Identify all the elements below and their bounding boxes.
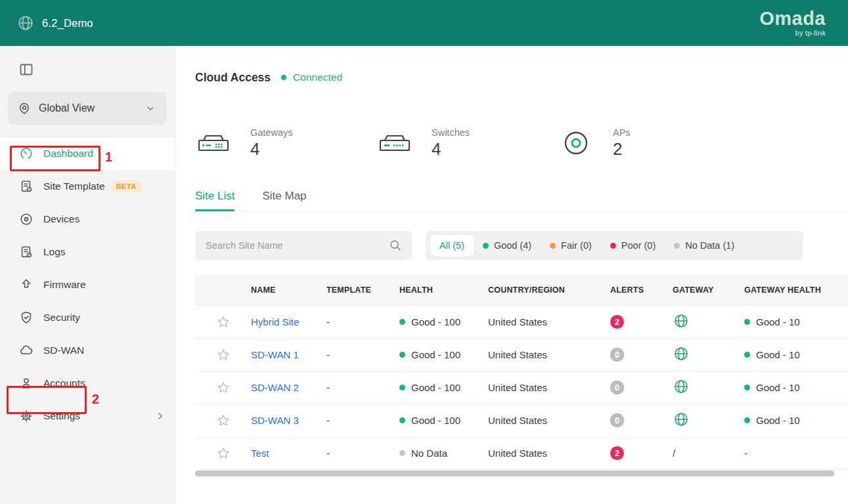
gateway-globe-icon [673, 378, 690, 395]
controller-name: 6.2_Demo [42, 17, 93, 30]
search-input[interactable] [206, 240, 388, 251]
favorite-star-button[interactable] [195, 413, 251, 429]
template-cell: - [326, 448, 399, 459]
health-dot [399, 385, 405, 390]
site-name-link[interactable]: SD-WAN 1 [251, 349, 299, 360]
tab-site-map[interactable]: Site Map [262, 190, 306, 211]
sidebar-item-label: Security [43, 312, 80, 324]
device-stats-row: Gateways4Switches4APs2 [195, 124, 848, 162]
horizontal-scrollbar-thumb[interactable] [195, 471, 834, 476]
dashboard-icon [19, 146, 33, 161]
health-cell: Good - 100 [399, 349, 488, 360]
filter-poor-0[interactable]: Poor (0) [601, 235, 665, 256]
site-table: NAMETEMPLATEHEALTHCOUNTRY/REGIONALERTSGA… [195, 274, 848, 470]
health-dot [399, 352, 405, 358]
accounts-icon [19, 376, 33, 390]
omada-app-window: 6.2_Demo Omada by tp-link [0, 0, 848, 504]
filter-label: Good (4) [494, 240, 531, 251]
country-cell: United States [488, 349, 610, 360]
chevron-right-icon [155, 411, 166, 421]
site-name-link[interactable]: Test [251, 448, 269, 459]
sidebar-item-sd-wan[interactable]: SD-WAN [0, 334, 175, 367]
filter-all-5[interactable]: All (5) [430, 235, 474, 256]
health-dot [744, 352, 750, 358]
filter-label: No Data (1) [685, 240, 734, 251]
sidebar-item-label: Firmware [43, 279, 86, 291]
status-dot [483, 243, 489, 249]
alerts-badge: 2 [610, 446, 624, 460]
gateway-globe-icon [673, 312, 690, 329]
gateway-health-cell: Good - 10 [744, 382, 848, 393]
location-pin-icon [17, 101, 32, 116]
favorite-star-button[interactable] [195, 380, 251, 396]
site-selector[interactable]: Global View [8, 92, 167, 125]
site-name-link[interactable]: SD-WAN 2 [251, 382, 299, 393]
gateway-cell: / [673, 448, 744, 459]
health-dot [399, 450, 405, 456]
health-dot [744, 417, 750, 423]
sidebar-item-label: Accounts [43, 377, 85, 389]
site-name-link[interactable]: Hybrid Site [251, 316, 299, 327]
ap-device-icon [562, 129, 591, 158]
sidebar-item-logs[interactable]: Logs [0, 236, 175, 268]
sidebar-item-label: Dashboard [43, 148, 93, 159]
favorite-star-button[interactable] [195, 446, 251, 461]
status-dot [610, 243, 616, 249]
sidebar-item-label: Logs [43, 246, 66, 258]
sidebar-item-accounts[interactable]: Accounts [0, 367, 175, 400]
alerts-badge: 0 [610, 381, 624, 394]
filter-no-data-1[interactable]: No Data (1) [665, 235, 744, 256]
status-dot [550, 243, 556, 249]
connected-dot [281, 75, 286, 80]
alerts-badge: 0 [610, 413, 624, 427]
filter-label: Fair (0) [561, 240, 592, 251]
top-header-bar: 6.2_Demo Omada by tp-link [0, 0, 848, 46]
sidebar-item-label: SD-WAN [43, 345, 84, 356]
gateway-health-cell: Good - 10 [744, 415, 848, 426]
favorite-star-button[interactable] [195, 347, 251, 363]
filter-fair-0[interactable]: Fair (0) [541, 235, 601, 256]
column-header-template: TEMPLATE [326, 285, 399, 295]
sidebar-menu: DashboardSite TemplateBETADevicesLogsFir… [0, 137, 175, 432]
favorite-star-button[interactable] [195, 314, 251, 330]
alerts-badge: 0 [610, 348, 624, 362]
sidebar-item-settings[interactable]: Settings [0, 400, 175, 432]
gateway-device-icon [196, 130, 231, 156]
logs-icon [19, 245, 33, 259]
template-cell: - [326, 316, 399, 327]
omada-logo: Omada by tp-link [759, 9, 826, 37]
template-cell: - [326, 415, 399, 426]
devices-icon [19, 212, 33, 226]
table-row-sd-wan-3: SD-WAN 3-Good - 100United States0Good - … [195, 404, 848, 437]
sidebar-collapse-button[interactable] [18, 62, 34, 77]
site-selector-label: Global View [39, 102, 95, 114]
cloud-access-status: Cloud Access Connected [195, 70, 848, 85]
sidebar-item-label: Site Template [43, 180, 105, 192]
tab-site-list[interactable]: Site List [195, 190, 234, 211]
column-header-name: NAME [251, 285, 326, 295]
column-header-health: HEALTH [399, 285, 488, 295]
site-search-box [195, 231, 412, 260]
settings-gear-icon [19, 409, 33, 423]
sidebar-item-site-template[interactable]: Site TemplateBETA [0, 170, 175, 203]
gateway-health-cell: Good - 10 [744, 349, 848, 360]
site-name-link[interactable]: SD-WAN 3 [251, 415, 299, 426]
sidebar-item-firmware[interactable]: Firmware [0, 268, 175, 301]
gateway-cell [673, 312, 744, 331]
column-header-country-region: COUNTRY/REGION [488, 285, 610, 295]
sidebar-item-devices[interactable]: Devices [0, 203, 175, 236]
cloud-access-state: Connected [293, 72, 342, 83]
template-cell: - [326, 382, 399, 393]
security-icon [19, 310, 33, 325]
column-header-gateway: GATEWAY [673, 285, 744, 295]
filter-good-4[interactable]: Good (4) [474, 235, 541, 256]
stat-value: 2 [613, 139, 631, 159]
search-filter-row: All (5)Good (4)Fair (0)Poor (0)No Data (… [195, 231, 848, 260]
firmware-icon [19, 278, 33, 292]
country-cell: United States [488, 415, 610, 426]
country-cell: United States [488, 316, 610, 327]
sidebar-item-security[interactable]: Security [0, 301, 175, 334]
table-row-test: Test-No DataUnited States2/- [195, 437, 848, 470]
sidebar-item-dashboard[interactable]: Dashboard [0, 137, 175, 170]
gateway-globe-icon [673, 411, 690, 428]
